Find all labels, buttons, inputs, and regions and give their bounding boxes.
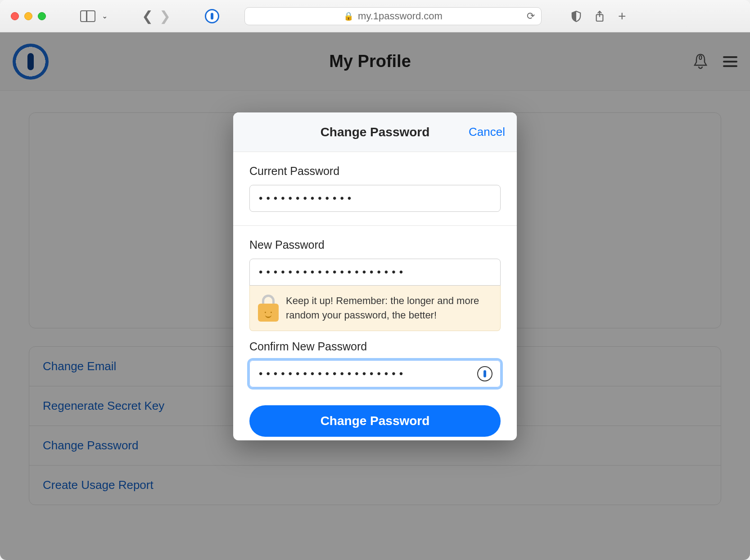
new-tab-button[interactable]: + <box>618 9 626 24</box>
1password-inline-icon[interactable] <box>477 366 492 381</box>
modal-title: Change Password <box>321 125 430 139</box>
1password-extension-icon[interactable] <box>205 9 219 23</box>
window-close-button[interactable] <box>11 12 19 20</box>
window-zoom-button[interactable] <box>38 12 46 20</box>
new-password-input[interactable]: •••••••••••••••••••• <box>249 259 501 286</box>
back-button[interactable]: ❮ <box>142 8 153 24</box>
confirm-password-label: Confirm New Password <box>249 340 501 353</box>
lock-illustration-icon: • • <box>258 295 279 322</box>
browser-titlebar: ⌄ ❮ ❯ 🔒 my.1password.com ⟳ + <box>0 0 750 32</box>
current-password-label: Current Password <box>249 165 501 178</box>
traffic-lights <box>11 12 46 20</box>
sidebar-toggle-button[interactable] <box>80 10 95 22</box>
share-button[interactable] <box>595 10 605 22</box>
change-password-submit-button[interactable]: Change Password <box>249 405 501 437</box>
tab-group-menu[interactable]: ⌄ <box>102 12 108 20</box>
privacy-shield-icon[interactable] <box>571 10 581 22</box>
current-password-input[interactable]: ••••••••••••• <box>249 185 501 212</box>
confirm-password-input[interactable]: •••••••••••••••••••• <box>249 360 501 387</box>
forward-button[interactable]: ❯ <box>159 8 171 24</box>
lock-icon: 🔒 <box>343 11 353 21</box>
password-strength-tip: • • Keep it up! Remember: the longer and… <box>249 286 501 331</box>
reload-button[interactable]: ⟳ <box>527 10 535 22</box>
address-bar[interactable]: 🔒 my.1password.com ⟳ <box>244 7 542 25</box>
address-url: my.1password.com <box>358 10 443 22</box>
new-password-label: New Password <box>249 238 501 251</box>
change-password-modal: Change Password Cancel Current Password … <box>233 112 517 440</box>
window-minimize-button[interactable] <box>24 12 32 20</box>
cancel-button[interactable]: Cancel <box>469 125 505 139</box>
